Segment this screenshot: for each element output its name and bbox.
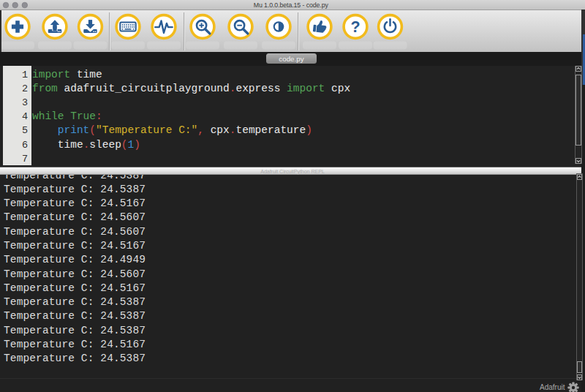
svg-text:?: ? (350, 18, 360, 36)
